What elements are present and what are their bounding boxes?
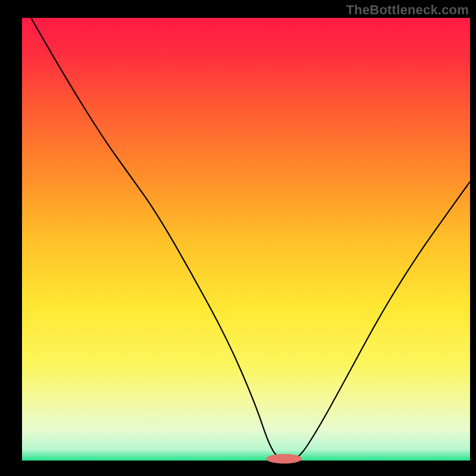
- optimal-marker: [267, 454, 302, 464]
- plot-background: [22, 18, 470, 461]
- chart-frame: TheBottleneck.com: [0, 0, 476, 476]
- bottleneck-chart: [0, 0, 476, 476]
- watermark-text: TheBottleneck.com: [346, 2, 469, 18]
